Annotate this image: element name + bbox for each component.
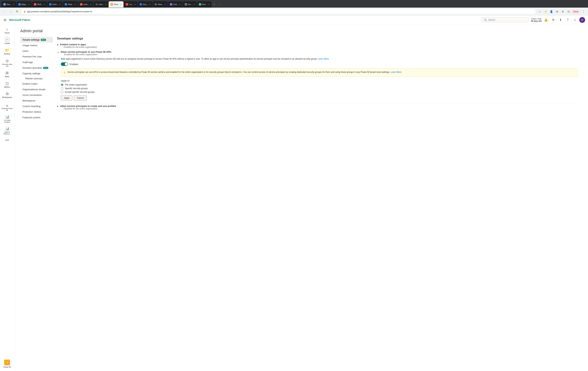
tab-close[interactable]: ✕ — [59, 3, 61, 5]
sidebar-item-testing-powerbi[interactable]: ⊞ [Testing] Power BI — [1, 103, 14, 113]
radio-specific-groups-label: Specific security groups — [65, 87, 88, 90]
nav-item-azure-connections[interactable]: Azure connections — [20, 92, 53, 98]
reload-button[interactable]: ↻ — [14, 9, 20, 14]
search-input[interactable] — [488, 19, 525, 21]
radio-entire-org-input[interactable] — [61, 84, 63, 86]
nav-item-featured-content[interactable]: Featured content — [20, 115, 53, 120]
notification-button[interactable]: 🔔 — [543, 17, 549, 23]
app-grid-icon[interactable]: ⊞ — [3, 17, 7, 23]
radio-specific-groups-input[interactable] — [61, 87, 63, 90]
forward-button[interactable]: → — [8, 9, 13, 14]
bookmark-button[interactable]: ☆ — [537, 9, 542, 14]
split-button[interactable]: ⊡ — [566, 9, 571, 14]
radio-specific-groups[interactable]: Specific security groups — [61, 87, 578, 90]
nav-item-premium-per-user[interactable]: Premium Per User — [20, 54, 53, 59]
tab-unti-12[interactable]: U Unti... ✕ — [168, 1, 183, 7]
menu-button[interactable]: ⋮ — [581, 9, 586, 14]
nav-sub-refresh-summary[interactable]: Refresh summary — [20, 76, 53, 81]
nav-item-audit-logs[interactable]: Audit logs — [20, 59, 53, 65]
nav-item-org-visuals[interactable]: Organizational visuals — [20, 87, 53, 92]
user-avatar[interactable]: U — [579, 17, 585, 23]
tab-close[interactable]: ✕ — [208, 3, 210, 5]
tab-close[interactable]: ✕ — [28, 3, 30, 5]
tab-close[interactable]: ✕ — [193, 3, 195, 5]
tab-favicon: R — [199, 3, 201, 6]
download-icon-button[interactable]: ⬇ — [557, 17, 563, 23]
download-button[interactable]: ⬇ — [560, 9, 565, 14]
nav-item-users[interactable]: Users — [20, 48, 53, 54]
tab-label: Azu... — [143, 3, 148, 5]
tab-res-1[interactable]: R Res... ✕ — [1, 1, 16, 7]
tab-close[interactable]: ✕ — [134, 3, 136, 5]
radio-entire-org[interactable]: The entire organization — [61, 84, 578, 86]
sidebar-item-onelake[interactable]: ◎ OneLake data hub — [1, 57, 14, 68]
nav-item-tenant-settings[interactable]: Tenant settings New — [20, 37, 53, 43]
tab-close[interactable]: ✕ — [105, 3, 106, 5]
tab-new-11[interactable]: N New... ✕ — [153, 1, 168, 7]
tab-close[interactable]: ✕ — [44, 3, 45, 5]
new-tab-button[interactable]: + — [212, 2, 216, 7]
nav-item-capacity-settings[interactable]: Capacity settings — [20, 71, 53, 76]
tab-label: Emb... — [52, 3, 58, 5]
setting-sp-profiles-header[interactable]: ▶ Allow service principals to create and… — [57, 105, 578, 110]
checkbox-except-groups[interactable]: Except specific security groups — [61, 91, 578, 93]
nav-item-usage-metrics[interactable]: Usage metrics — [20, 43, 53, 48]
sidebar-item-metrics[interactable]: ◫ Metrics — [1, 80, 14, 89]
tab-azu-10[interactable]: A Azu... ✕ — [138, 1, 152, 7]
tab-close[interactable]: ✕ — [164, 3, 166, 5]
error-badge[interactable]: Error — [572, 10, 580, 13]
tab-pow-8[interactable]: P Pow... ✕ — [109, 1, 124, 7]
sidebar-more-button[interactable]: ••• — [4, 137, 10, 144]
toggle-switch[interactable] — [61, 62, 68, 66]
tab-close[interactable]: ✕ — [90, 3, 91, 5]
tab-i-9[interactable]: I I w... ✕ — [124, 1, 137, 7]
sidebar-item-workspaces[interactable]: ⧉ Workspaces — [1, 90, 14, 100]
tab-close[interactable]: ✕ — [74, 3, 76, 5]
tab-overflow-button[interactable]: ⌄ — [217, 2, 221, 6]
sidebar-item-us-sales[interactable]: 📊 US Sales Analysis — [1, 113, 14, 124]
profile-button[interactable]: 👤 — [549, 9, 554, 14]
settings-icon-button[interactable]: ⚙ — [550, 17, 556, 23]
nav-item-embed-codes[interactable]: Embed Codes — [20, 81, 53, 87]
tab-emb-6[interactable]: e emb... ✕ — [78, 1, 93, 7]
tab-res-14[interactable]: R Res... ✕ — [197, 1, 212, 7]
tab-close[interactable]: ✕ — [120, 3, 122, 5]
tab-nhu-3[interactable]: N Nhữ... ✕ — [32, 1, 47, 7]
checkbox-except-groups-input[interactable] — [61, 91, 63, 93]
page-title: Admin portal — [20, 29, 582, 33]
tab-label: Unti... — [173, 3, 178, 5]
sidebar-item-create[interactable]: + Create — [1, 36, 14, 46]
learn-more-link-2[interactable]: Learn More — [390, 71, 401, 73]
setting-sp-profiles: ▶ Allow service principals to create and… — [57, 105, 578, 110]
tab-app-2[interactable]: A [App... ✕ — [16, 1, 32, 7]
cancel-button[interactable]: Cancel — [74, 96, 87, 100]
nav-item-domains-preview[interactable]: Domains (preview) New — [20, 65, 53, 71]
sidebar-item-browse[interactable]: 📁 Browse — [1, 46, 14, 56]
extensions-button[interactable]: ⚡ — [543, 9, 548, 14]
nav-item-custom-branding[interactable]: Custom branding — [20, 103, 53, 109]
tab-emb-4[interactable]: E Emb... ✕ — [47, 1, 63, 7]
nav-item-protection-metrics[interactable]: Protection metrics — [20, 109, 53, 115]
tab-favicon: I — [126, 3, 128, 6]
tab-close[interactable]: ✕ — [13, 3, 14, 5]
sidebar-item-apps[interactable]: ⊞ Apps — [1, 69, 14, 79]
setting-embed-header[interactable]: ▶ Embed content in apps Enabled for the … — [57, 43, 578, 48]
tab-close[interactable]: ✕ — [149, 3, 150, 5]
settings-button[interactable]: ⚙ — [555, 9, 560, 14]
sidebar-item-sales-returns[interactable]: 📊 Sales & Returns... — [1, 125, 14, 136]
search-box[interactable]: 🔍 — [482, 17, 529, 22]
back-button[interactable]: ← — [2, 9, 7, 14]
power-bi-icon[interactable]: ⚡ — [4, 360, 10, 365]
tab-role-5[interactable]: R Role... ✕ — [63, 1, 78, 7]
address-bar[interactable]: 🔒 app.powerbi.com/admin-portal/tenantSet… — [21, 9, 536, 14]
feedback-button[interactable]: ☺ — [572, 17, 578, 23]
learn-more-link-1[interactable]: Learn More — [318, 58, 329, 60]
tab-micr-7[interactable]: m micr... ✕ — [94, 1, 108, 7]
help-button[interactable]: ? — [565, 17, 571, 23]
apply-button[interactable]: Apply — [61, 96, 73, 100]
sidebar-item-home[interactable]: ⌂ Home — [1, 26, 14, 35]
tab-loc-13[interactable]: l loc... ✕ — [183, 1, 196, 7]
nav-item-workspaces-nav[interactable]: Workspaces — [20, 98, 53, 103]
setting-sp-header[interactable]: ▲ Allow service principals to use Power … — [57, 51, 578, 56]
tab-close[interactable]: ✕ — [179, 3, 181, 5]
